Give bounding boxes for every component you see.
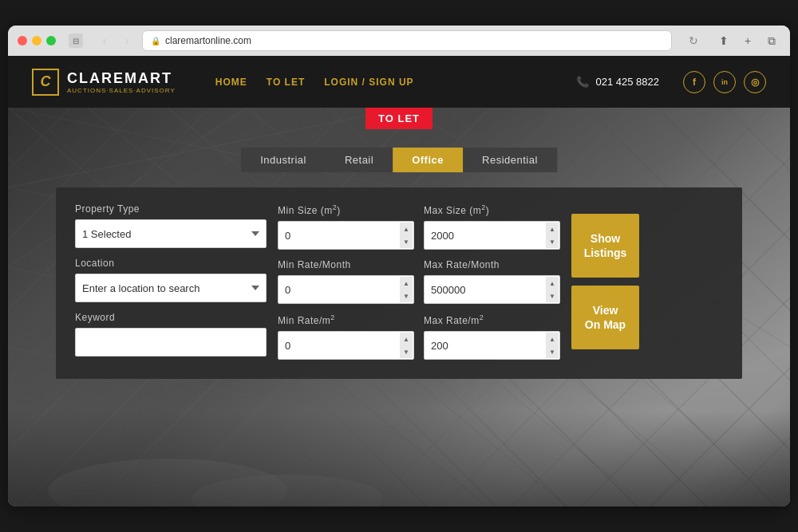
- search-form: Property Type 1 Selected Location Enter …: [75, 203, 723, 360]
- max-size-input[interactable]: 2000: [424, 221, 560, 250]
- min-size-up[interactable]: ▲: [400, 223, 413, 235]
- min-rate-m2-label: Min Rate/m2: [278, 313, 414, 326]
- browser-action-buttons: ⬆ + ⧉: [715, 32, 780, 49]
- tab-retail[interactable]: Retail: [326, 148, 393, 172]
- facebook-label: f: [693, 77, 696, 88]
- size-row: Min Size (m2) 0 ▲ ▼ Max: [278, 203, 560, 250]
- max-size-up[interactable]: ▲: [546, 223, 559, 235]
- min-size-label: Min Size (m2): [278, 203, 414, 216]
- traffic-lights: [18, 36, 56, 45]
- phone-icon: 📞: [576, 76, 589, 88]
- property-tabs: Industrial Retail Office Residential: [241, 148, 557, 172]
- logo-name: CLAREMART: [67, 70, 176, 87]
- forward-button[interactable]: ›: [118, 32, 136, 49]
- min-rate-m2-field: Min Rate/m2 0 ▲ ▼: [278, 313, 414, 360]
- max-rate-m2-spinners: ▲ ▼: [546, 333, 559, 358]
- min-size-down[interactable]: ▼: [400, 235, 413, 248]
- min-size-field: Min Size (m2) 0 ▲ ▼: [278, 203, 414, 250]
- nav-login[interactable]: LOGIN / SIGN UP: [324, 77, 413, 88]
- window-controls: ⊟: [69, 33, 83, 48]
- keyword-label: Keyword: [75, 312, 267, 323]
- max-rate-m2-label: Max Rate/m2: [424, 313, 560, 326]
- search-panel: Property Type 1 Selected Location Enter …: [56, 187, 742, 379]
- back-button[interactable]: ‹: [96, 32, 113, 49]
- min-rate-m2-down[interactable]: ▼: [400, 345, 413, 358]
- min-rate-month-input[interactable]: 0: [278, 275, 414, 304]
- location-select[interactable]: Enter a location to search: [75, 274, 267, 302]
- hero-section: TO LET Industrial Retail Office Resident…: [8, 108, 790, 506]
- min-size-input-wrap: 0 ▲ ▼: [278, 221, 414, 250]
- fullscreen-window-button[interactable]: [46, 36, 56, 45]
- contact-phone: 📞 021 425 8822: [576, 76, 659, 88]
- linkedin-icon[interactable]: in: [713, 71, 736, 93]
- view-on-map-button[interactable]: ViewOn Map: [571, 286, 639, 349]
- nav-to-let[interactable]: TO LET: [267, 77, 305, 88]
- nav-home[interactable]: HOME: [215, 77, 247, 88]
- location-field: Location Enter a location to search: [75, 258, 267, 302]
- svg-point-14: [192, 475, 383, 506]
- max-rate-month-field: Max Rate/Month 500000 ▲ ▼: [424, 259, 560, 304]
- min-rate-m2-spinners: ▲ ▼: [400, 333, 413, 358]
- website: C CLAREMART AUCTIONS·SALES·ADVISORY HOME…: [8, 56, 790, 506]
- min-rate-month-input-wrap: 0 ▲ ▼: [278, 275, 414, 304]
- max-rate-m2-down[interactable]: ▼: [546, 345, 559, 358]
- to-let-badge: TO LET: [365, 108, 433, 129]
- close-window-button[interactable]: [18, 36, 27, 45]
- logo-text: CLAREMART AUCTIONS·SALES·ADVISORY: [67, 70, 176, 94]
- url-text: claremartonline.com: [165, 35, 251, 46]
- tab-office[interactable]: Office: [393, 148, 463, 172]
- property-type-label: Property Type: [75, 203, 267, 215]
- browser-nav-buttons: ‹ ›: [96, 32, 136, 49]
- max-rate-month-down[interactable]: ▼: [546, 290, 559, 302]
- rate-m2-row: Min Rate/m2 0 ▲ ▼ Max Ra: [278, 313, 560, 360]
- search-mid-column: Min Size (m2) 0 ▲ ▼ Max: [278, 203, 560, 360]
- lock-icon: 🔒: [151, 37, 160, 45]
- share-button[interactable]: ⬆: [715, 32, 733, 49]
- max-rate-m2-field: Max Rate/m2 200 ▲ ▼: [424, 313, 560, 360]
- max-rate-month-up[interactable]: ▲: [546, 277, 559, 290]
- refresh-button[interactable]: ↻: [685, 32, 702, 49]
- minimize-window-button[interactable]: [32, 36, 41, 45]
- tab-industrial[interactable]: Industrial: [241, 148, 326, 172]
- phone-number: 021 425 8822: [595, 76, 659, 88]
- instagram-icon[interactable]: ◎: [744, 71, 766, 93]
- show-listings-button[interactable]: ShowListings: [571, 214, 639, 278]
- max-rate-m2-input[interactable]: 200: [424, 331, 560, 360]
- logo[interactable]: C CLAREMART AUCTIONS·SALES·ADVISORY: [32, 69, 176, 96]
- min-rate-month-down[interactable]: ▼: [400, 290, 413, 302]
- logo-icon: C: [32, 69, 59, 96]
- min-rate-m2-input[interactable]: 0: [278, 331, 414, 360]
- max-size-spinners: ▲ ▼: [546, 223, 559, 248]
- search-left-column: Property Type 1 Selected Location Enter …: [75, 203, 267, 360]
- tab-residential[interactable]: Residential: [463, 148, 557, 172]
- social-links: f in ◎: [683, 71, 766, 93]
- facebook-icon[interactable]: f: [683, 71, 705, 93]
- tabs-button[interactable]: ⧉: [763, 32, 780, 49]
- max-rate-month-input-wrap: 500000 ▲ ▼: [424, 275, 560, 304]
- to-let-text: TO LET: [378, 112, 420, 124]
- min-rate-month-up[interactable]: ▲: [400, 277, 413, 290]
- address-bar[interactable]: 🔒 claremartonline.com: [142, 30, 672, 51]
- max-rate-m2-up[interactable]: ▲: [546, 333, 559, 345]
- min-size-input[interactable]: 0: [278, 221, 414, 250]
- search-action-buttons: ShowListings ViewOn Map: [571, 203, 723, 360]
- sidebar-toggle-button[interactable]: ⊟: [69, 33, 83, 48]
- max-size-field: Max Size (m2) 2000 ▲ ▼: [424, 203, 560, 250]
- keyword-field: Keyword: [75, 312, 267, 357]
- rate-month-row: Min Rate/Month 0 ▲ ▼ Max: [278, 259, 560, 304]
- linkedin-label: in: [721, 78, 728, 86]
- max-rate-month-spinners: ▲ ▼: [546, 277, 559, 302]
- max-rate-month-label: Max Rate/Month: [424, 259, 560, 270]
- property-type-select[interactable]: 1 Selected: [75, 219, 267, 248]
- max-rate-month-input[interactable]: 500000: [424, 275, 560, 304]
- logo-tagline: AUCTIONS·SALES·ADVISORY: [67, 87, 176, 94]
- max-size-down[interactable]: ▼: [546, 235, 559, 248]
- min-rate-m2-input-wrap: 0 ▲ ▼: [278, 331, 414, 360]
- min-rate-month-field: Min Rate/Month 0 ▲ ▼: [278, 259, 414, 304]
- new-tab-button[interactable]: +: [739, 32, 757, 49]
- property-type-field: Property Type 1 Selected: [75, 203, 267, 248]
- min-rate-m2-up[interactable]: ▲: [400, 333, 413, 345]
- keyword-input[interactable]: [75, 328, 267, 357]
- min-size-spinners: ▲ ▼: [400, 223, 413, 248]
- max-size-input-wrap: 2000 ▲ ▼: [424, 221, 560, 250]
